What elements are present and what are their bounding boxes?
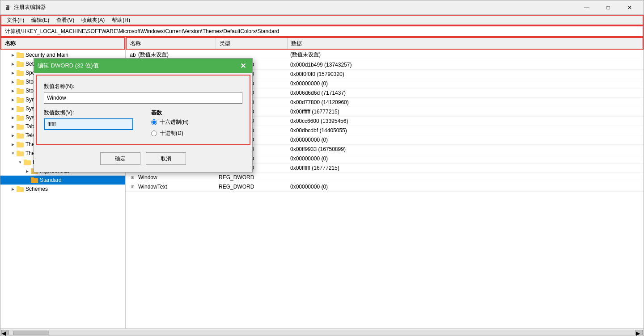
ok-button[interactable]: 确定 (100, 152, 140, 165)
data-label: 数值数据(V): (44, 109, 133, 117)
edit-dword-dialog: 编辑 DWORD (32 位)值 ✕ 数值名称(N): 数值数据(V): 基数 (34, 58, 253, 172)
dec-option[interactable]: 十进制(D) (151, 130, 189, 137)
dec-radio[interactable] (151, 130, 157, 136)
dialog-bottom-row: 数值数据(V): 基数 十六进制(H) 十进制(D) (44, 109, 242, 137)
radix-label: 基数 (151, 109, 189, 117)
hex-radio[interactable] (151, 119, 157, 125)
dialog-title-bar: 编辑 DWORD (32 位)值 ✕ (34, 59, 252, 73)
value-section: 数值数据(V): (44, 109, 133, 130)
name-field: 数值名称(N): (44, 83, 242, 104)
data-input[interactable] (44, 118, 133, 130)
radix-section: 基数 十六进制(H) 十进制(D) (151, 109, 189, 137)
dialog-buttons: 确定 取消 (34, 147, 252, 172)
hex-label: 十六进制(H) (160, 118, 189, 126)
hex-option[interactable]: 十六进制(H) (151, 118, 189, 126)
dialog-overlay: 编辑 DWORD (32 位)值 ✕ 数值名称(N): 数值数据(V): 基数 (0, 0, 644, 336)
dialog-title: 编辑 DWORD (32 位)值 (38, 62, 237, 70)
dec-label: 十进制(D) (160, 130, 183, 137)
radix-group: 十六进制(H) 十进制(D) (151, 118, 189, 137)
name-input[interactable] (44, 92, 242, 104)
dialog-body: 数值名称(N): 数值数据(V): 基数 十六进制(H) (36, 75, 250, 145)
name-label: 数值名称(N): (44, 83, 242, 90)
cancel-button[interactable]: 取消 (146, 152, 186, 165)
dialog-close-button[interactable]: ✕ (237, 61, 249, 71)
